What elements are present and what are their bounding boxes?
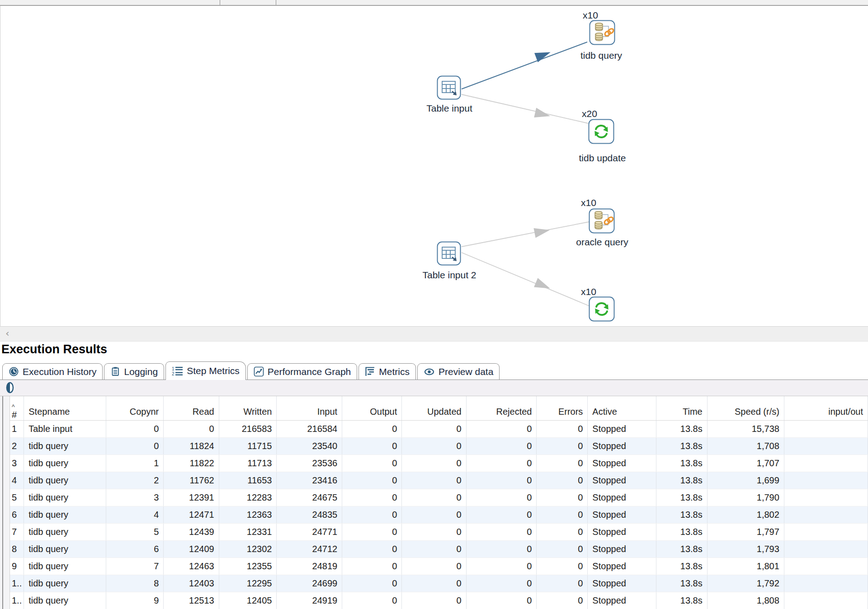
- show-hide-inactive-icon[interactable]: [4, 382, 16, 395]
- cell-output: 0: [342, 455, 402, 472]
- table-row[interactable]: 5tidb query31239112283246750000Stopped13…: [10, 489, 868, 506]
- cell-inputout: [784, 558, 868, 575]
- cell-written: 11653: [219, 472, 277, 489]
- column-header-time[interactable]: Time: [656, 396, 708, 421]
- step-tidb-update[interactable]: [588, 119, 614, 146]
- step-tidb-query[interactable]: [589, 20, 615, 47]
- update-icon: [589, 296, 615, 322]
- cell-inputout: [784, 472, 868, 489]
- column-header-updated[interactable]: Updated: [402, 396, 466, 421]
- cell-copynr: 3: [106, 489, 164, 506]
- pentaho-spoon-window: Table input x10 tidb q: [0, 0, 868, 609]
- cell-written: 12405: [219, 592, 277, 609]
- canvas-hscrollbar[interactable]: ‹: [0, 326, 868, 342]
- table-row[interactable]: 9tidb query71246312355248190000Stopped13…: [10, 558, 868, 575]
- cell-errors: 0: [537, 575, 588, 592]
- tab-logging[interactable]: Logging: [104, 363, 164, 379]
- cell-num: 9: [10, 558, 24, 575]
- cell-copynr: 8: [106, 575, 164, 592]
- step-table-input[interactable]: [437, 75, 461, 102]
- scroll-left-icon[interactable]: ‹: [5, 328, 9, 339]
- cell-copynr: 2: [106, 472, 164, 489]
- cell-copynr: 9: [106, 592, 164, 609]
- table-row[interactable]: 1..tidb query91251312405249190000Stopped…: [10, 592, 868, 609]
- step-oracle-query[interactable]: [589, 208, 615, 235]
- toolbar-separator: [220, 0, 220, 5]
- column-header-read[interactable]: Read: [164, 396, 219, 421]
- table-row[interactable]: 4tidb query21176211653234160000Stopped13…: [10, 472, 868, 489]
- column-header-errors[interactable]: Errors: [537, 396, 588, 421]
- cell-time: 13.8s: [656, 472, 708, 489]
- step-metrics-toolbar: [0, 380, 868, 396]
- cell-input: 24771: [277, 524, 342, 541]
- step-metrics-table[interactable]: ^#StepnameCopynrReadWrittenInputOutputUp…: [10, 396, 868, 609]
- cell-updated: 0: [402, 489, 466, 506]
- column-header-speed[interactable]: Speed (r/s): [707, 396, 784, 421]
- cell-errors: 0: [537, 592, 588, 609]
- cell-inputout: [784, 489, 868, 506]
- cell-output: 0: [342, 421, 402, 438]
- cell-written: 11715: [219, 438, 277, 455]
- cell-num: 5: [10, 489, 24, 506]
- column-header-output[interactable]: Output: [342, 396, 402, 421]
- tab-performance-graph[interactable]: Performance Graph: [247, 363, 357, 379]
- db-lookup-icon: [589, 20, 615, 45]
- scroll-up-caret[interactable]: ^: [12, 405, 22, 409]
- tab-label: Execution History: [23, 366, 96, 377]
- step-update-2[interactable]: [589, 296, 615, 323]
- cell-time: 13.8s: [656, 489, 708, 506]
- step-copies-label: x10: [573, 197, 604, 208]
- toolbar-bottom-strip: [0, 0, 868, 6]
- cell-read: 11824: [164, 438, 219, 455]
- tab-execution-history[interactable]: Execution History: [2, 363, 103, 379]
- cell-output: 0: [342, 489, 402, 506]
- cell-errors: 0: [537, 438, 588, 455]
- column-header-label: Updated: [427, 407, 462, 417]
- table-row[interactable]: 8tidb query61240912302247120000Stopped13…: [10, 541, 868, 558]
- column-header-inputout[interactable]: input/out: [784, 396, 868, 421]
- column-header-written[interactable]: Written: [219, 396, 277, 421]
- tab-metrics[interactable]: Metrics: [359, 363, 416, 379]
- cell-speed: 1,797: [707, 524, 784, 541]
- cell-time: 13.8s: [656, 506, 708, 524]
- cell-speed: 15,738: [707, 421, 784, 438]
- cell-written: 216583: [219, 421, 277, 438]
- column-header-active[interactable]: Active: [588, 396, 656, 421]
- cell-written: 12302: [219, 541, 277, 558]
- tab-preview-data[interactable]: Preview data: [417, 363, 500, 379]
- table-row[interactable]: 1Table input002165832165840000Stopped13.…: [10, 421, 868, 438]
- tab-step-metrics[interactable]: 12Step Metrics: [165, 361, 246, 380]
- cell-time: 13.8s: [656, 421, 708, 438]
- cell-stepname: tidb query: [24, 506, 106, 524]
- column-header-num[interactable]: ^#: [10, 396, 24, 421]
- eye-icon: [424, 367, 435, 377]
- table-row[interactable]: 2tidb query01182411715235400000Stopped13…: [10, 438, 868, 455]
- cell-rejected: 0: [466, 489, 537, 506]
- cell-read: 12513: [164, 592, 219, 609]
- toolbar-separator: [276, 0, 276, 5]
- column-header-copynr[interactable]: Copynr: [106, 396, 164, 421]
- column-header-stepname[interactable]: Stepname: [24, 396, 106, 421]
- cell-copynr: 4: [106, 506, 164, 524]
- cell-read: 0: [164, 421, 219, 438]
- cell-stepname: tidb query: [24, 489, 106, 506]
- transformation-canvas[interactable]: Table input x10 tidb q: [0, 6, 868, 326]
- cell-errors: 0: [537, 524, 588, 541]
- column-header-input[interactable]: Input: [277, 396, 342, 421]
- table-row[interactable]: 6tidb query41247112363248350000Stopped13…: [10, 506, 868, 524]
- step-label: Table input 2: [411, 270, 488, 281]
- cell-active: Stopped: [588, 575, 656, 592]
- svg-text:1: 1: [172, 366, 175, 371]
- cell-input: 24712: [277, 541, 342, 558]
- cell-written: 12295: [219, 575, 277, 592]
- cell-updated: 0: [402, 438, 466, 455]
- cell-copynr: 0: [106, 421, 164, 438]
- cell-rejected: 0: [466, 558, 537, 575]
- column-header-rejected[interactable]: Rejected: [466, 396, 537, 421]
- table-left-scrollbar[interactable]: [0, 396, 10, 609]
- table-row[interactable]: 1..tidb query81240312295246990000Stopped…: [10, 575, 868, 592]
- cell-time: 13.8s: [656, 455, 708, 472]
- step-table-input-2[interactable]: [437, 241, 461, 267]
- table-row[interactable]: 3tidb query11182211713235360000Stopped13…: [10, 455, 868, 472]
- table-row[interactable]: 7tidb query51243912331247710000Stopped13…: [10, 524, 868, 541]
